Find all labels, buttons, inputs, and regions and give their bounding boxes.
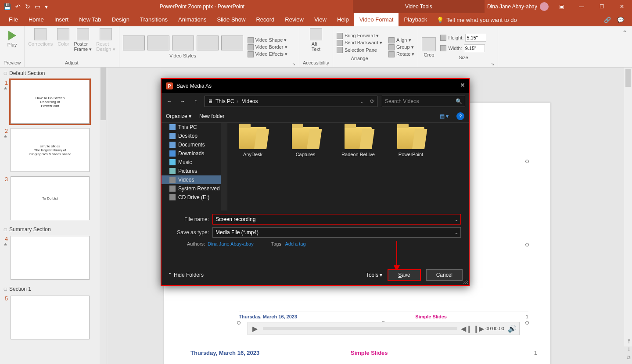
tree-scrollbar[interactable] <box>221 123 227 211</box>
folder-tree[interactable]: This PCDesktopDocumentsDownloadsMusicPic… <box>162 123 227 211</box>
style-thumb[interactable] <box>172 36 194 50</box>
tab-design[interactable]: Design <box>107 13 135 26</box>
collapse-ribbon-icon[interactable]: ⌃ <box>618 26 632 67</box>
slide-thumb[interactable]: To Do List <box>11 176 90 220</box>
video-style-gallery[interactable] <box>123 36 243 50</box>
path-dropdown-icon[interactable]: ⌄ <box>359 98 364 104</box>
slide-thumbnail-entry[interactable]: 4★ <box>0 235 107 283</box>
address-bar[interactable]: 🖥 This PC Videos ⌄ ⟳ <box>205 96 377 107</box>
filename-input[interactable]: Screen recording⌄ <box>212 214 461 225</box>
selection-handle[interactable] <box>525 321 529 325</box>
selection-handle[interactable] <box>525 160 529 163</box>
slide-thumb[interactable] <box>11 296 90 339</box>
selection-pane-button[interactable]: Selection Pane <box>337 47 382 53</box>
authors-value[interactable]: Dina Jane Abay-abay <box>208 241 254 246</box>
tree-item[interactable]: System Reserved <box>162 184 227 193</box>
style-thumb[interactable] <box>147 36 169 50</box>
tree-item[interactable]: Music <box>162 158 227 167</box>
slide-thumbnail-entry[interactable]: 3To Do List <box>0 175 107 224</box>
section-header[interactable]: Default Section <box>0 68 107 79</box>
tree-item[interactable]: Desktop <box>162 132 227 140</box>
dropdown-icon[interactable]: ⌄ <box>454 216 459 222</box>
play-button[interactable]: Play <box>7 28 17 47</box>
fit-slide-icon[interactable]: ⤓ <box>627 346 631 353</box>
bring-forward-button[interactable]: Bring Forward ▾ <box>337 33 382 39</box>
ribbon-display-icon[interactable]: ▣ <box>551 0 571 13</box>
save-button[interactable]: Save <box>388 269 420 281</box>
tab-help[interactable]: Help <box>332 13 354 26</box>
media-prev-button[interactable]: ◀❙ <box>461 325 470 333</box>
nav-up-button[interactable]: ↑ <box>191 98 200 104</box>
redo-icon[interactable]: ↻ <box>25 3 30 10</box>
section-header[interactable]: Section 1 <box>0 283 107 295</box>
media-track[interactable] <box>263 327 457 330</box>
organize-button[interactable]: Organize ▾ <box>166 113 191 119</box>
user-avatar[interactable] <box>540 2 549 11</box>
folder-item[interactable]: Captures <box>288 127 323 157</box>
alt-text-button[interactable]: Alt Text <box>310 28 322 52</box>
tree-item[interactable]: Videos <box>162 175 227 184</box>
user-name[interactable]: Dina Jane Abay-abay <box>487 4 537 10</box>
selection-handle[interactable] <box>525 243 529 246</box>
tellme-input[interactable]: Tell me what you want to do <box>446 17 517 23</box>
tab-insert[interactable]: Insert <box>49 13 74 26</box>
help-icon[interactable]: ? <box>456 112 464 120</box>
tab-video-format[interactable]: Video Format <box>354 13 399 26</box>
canvas-scrollbar[interactable] <box>624 68 632 346</box>
tab-file[interactable]: File <box>4 13 23 26</box>
file-list[interactable]: AnyDeskCapturesRadeon ReLivePowerPoint <box>227 123 469 211</box>
tab-new-tab[interactable]: New Tab <box>74 13 106 26</box>
align-button[interactable]: Align ▾ <box>388 37 414 43</box>
style-thumb[interactable] <box>123 36 145 50</box>
rotate-button[interactable]: Rotate ▾ <box>388 51 414 57</box>
styles-launcher-icon[interactable]: ↘ <box>292 61 295 66</box>
tree-item[interactable]: This PC <box>162 123 227 132</box>
tree-item[interactable]: Pictures <box>162 167 227 175</box>
slide-thumb[interactable] <box>11 236 90 280</box>
section-header[interactable]: Summary Section <box>0 224 107 235</box>
share-icon[interactable]: 🔗 <box>604 17 611 23</box>
slide-thumbnail-entry[interactable]: 5 <box>0 295 107 343</box>
reset-design-button[interactable]: Reset Design ▾ <box>96 28 115 52</box>
tags-value[interactable]: Add a tag <box>285 241 305 246</box>
video-border-button[interactable]: Video Border ▾ <box>248 44 287 50</box>
slide-thumbnail-entry[interactable]: 2★simple slides The largest library of i… <box>0 127 107 175</box>
media-play-button[interactable]: ▶ <box>251 325 259 333</box>
save-type-select[interactable]: Media File (*.mp4)⌄ <box>212 227 461 238</box>
video-effects-button[interactable]: Video Effects ▾ <box>248 51 287 57</box>
new-folder-button[interactable]: New folder <box>199 113 224 119</box>
folder-item[interactable]: Radeon ReLive <box>341 127 376 157</box>
tab-record[interactable]: Record <box>251 13 280 26</box>
media-next-button[interactable]: ❙▶ <box>473 325 482 333</box>
style-thumb[interactable] <box>197 36 219 50</box>
dropdown-icon[interactable]: ⌄ <box>454 229 459 236</box>
tree-item[interactable]: CD Drive (E:) <box>162 193 227 202</box>
tools-button[interactable]: Tools ▾ <box>366 272 382 278</box>
undo-icon[interactable]: ↶ <box>15 3 21 10</box>
slidepanel-scrollbar[interactable] <box>100 68 107 364</box>
nav-back-button[interactable]: ← <box>165 98 174 104</box>
hide-folders-button[interactable]: ⌃Hide Folders <box>168 272 204 278</box>
tree-item[interactable]: Downloads <box>162 149 227 158</box>
resize-grip[interactable] <box>463 280 468 284</box>
style-thumb[interactable] <box>221 36 243 50</box>
tree-item[interactable]: Documents <box>162 140 227 149</box>
breadcrumb-pc[interactable]: This PC <box>215 98 239 104</box>
tab-view[interactable]: View <box>309 13 332 26</box>
slide-thumbnail-entry[interactable]: 1★How To Do Screen Recording In PowerPoi… <box>0 79 107 127</box>
tab-animations[interactable]: Animations <box>173 13 212 26</box>
breadcrumb-folder[interactable]: Videos <box>242 98 258 104</box>
selection-handle[interactable] <box>237 321 241 325</box>
autosave-icon[interactable]: 💾 <box>4 3 11 10</box>
minimize-icon[interactable]: — <box>571 0 592 13</box>
media-volume-button[interactable]: 🔊 <box>508 325 517 333</box>
refresh-icon[interactable]: ⟳ <box>370 98 374 104</box>
tab-transitions[interactable]: Transitions <box>135 13 173 26</box>
view-mode-button[interactable]: ▤ ▾ <box>440 113 449 119</box>
slideshow-icon[interactable]: ▭ <box>35 3 40 10</box>
comments-icon[interactable]: 💬 <box>617 17 624 23</box>
tab-home[interactable]: Home <box>23 13 49 26</box>
poster-frame-button[interactable]: Poster Frame ▾ <box>74 28 92 52</box>
send-backward-button[interactable]: Send Backward ▾ <box>337 40 382 46</box>
tab-slide-show[interactable]: Slide Show <box>212 13 251 26</box>
